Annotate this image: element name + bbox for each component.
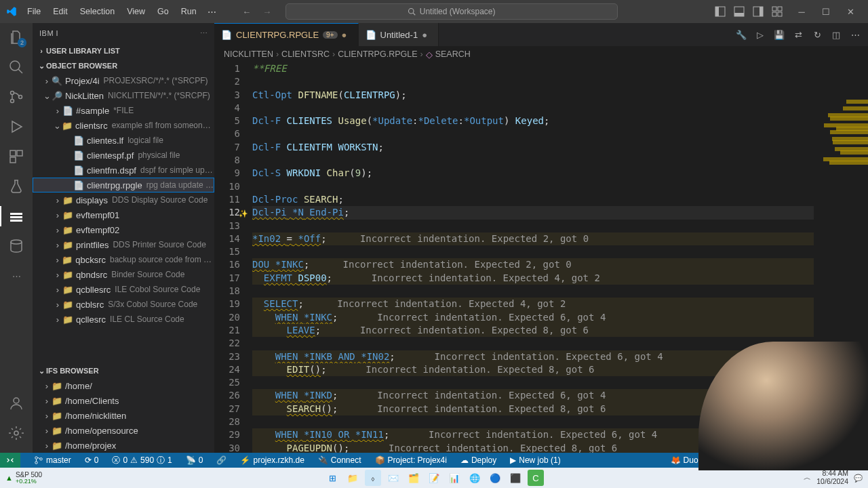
taskbar-date[interactable]: 10/6/2024	[816, 478, 848, 486]
notification-tray-icon[interactable]: 💬	[854, 474, 863, 483]
compare-icon[interactable]: ⇄	[792, 30, 804, 40]
remote-host[interactable]: ⚡ projex.rzkh.de	[237, 455, 307, 465]
scm-icon[interactable]	[7, 88, 25, 106]
toggle-sidebar-icon[interactable]	[751, 5, 765, 18]
layout-customize-icon[interactable]	[713, 5, 727, 18]
menu-selection[interactable]: Selection	[75, 4, 120, 20]
tray-chevron-icon[interactable]: ︿	[804, 473, 811, 483]
more-icon[interactable]: ⋯	[849, 30, 861, 40]
tree-sample[interactable]: ›📄#sample*FILE	[33, 103, 214, 118]
tree-ifs-item[interactable]: ›📁/home/Clients	[33, 393, 214, 408]
tree-ifs-item[interactable]: ›📁/home/opensource	[33, 423, 214, 438]
tree-folder[interactable]: ›📁qcllesrcILE CL Source Code	[33, 312, 214, 327]
taskbar-vscode[interactable]: ⬨	[365, 470, 381, 486]
section-user-library[interactable]: ›USER LIBRARY LIST	[33, 43, 214, 58]
tree-file[interactable]: 📄clientespf.pfphysical file	[33, 148, 214, 163]
search-activity-icon[interactable]	[7, 58, 25, 76]
taskbar-app[interactable]: C	[528, 470, 544, 486]
tree-folder[interactable]: ›📁evftempf02	[33, 222, 214, 237]
breadcrumb[interactable]: NICKLITTEN› CLIENTSRC› CLIENTRPG.RPGLE› …	[214, 46, 868, 62]
notifications-icon[interactable]: 🔔	[848, 455, 864, 465]
start-icon[interactable]: ⊞	[324, 470, 340, 486]
taskbar-app[interactable]: ✉️	[385, 470, 401, 486]
layout-grid-icon[interactable]	[770, 5, 784, 18]
tree-nicklitten[interactable]: ⌄🔎NickLittenNICKLITTEN/*/*.* (*SRCPF)	[33, 88, 214, 103]
tools-icon[interactable]: 🔧	[735, 30, 747, 40]
database-icon[interactable]	[7, 237, 25, 255]
ports-status[interactable]: 📡 0	[183, 455, 206, 465]
menu-overflow[interactable]: ⋯	[203, 4, 220, 20]
tree-ifs-item[interactable]: ›📁/home/projex	[33, 438, 214, 453]
section-ifs-browser[interactable]: ⌄IFS BROWSER	[33, 363, 214, 378]
explorer-icon[interactable]: 2	[7, 28, 25, 46]
tab-dirty-icon[interactable]: ●	[342, 30, 351, 40]
refresh-icon[interactable]: ↻	[811, 30, 823, 40]
sync-status[interactable]: ⟳ 0	[82, 455, 102, 465]
problems-status[interactable]: ⓧ 0 ⚠ 590 ⓘ 1	[109, 455, 174, 466]
taskbar-app[interactable]: 🗂️	[406, 470, 422, 486]
maximize-button[interactable]: ☐	[814, 1, 838, 22]
language-mode[interactable]: RPGLE	[783, 455, 816, 465]
remote-indicator[interactable]	[0, 453, 20, 468]
minimap[interactable]	[814, 62, 868, 453]
extensions-icon[interactable]	[7, 148, 25, 165]
project-status[interactable]: 📦 Project: Projex4i	[372, 455, 450, 465]
toggle-panel-icon[interactable]	[732, 5, 746, 18]
account-icon[interactable]	[7, 394, 25, 412]
tree-clientsrc[interactable]: ⌄📁clientsrcexample sfl from someone el..…	[33, 118, 214, 133]
deploy-status[interactable]: ☁ Deploy	[458, 455, 499, 465]
stock-widget[interactable]: ▲ S&P 500 +0.21%	[5, 472, 42, 485]
run-icon[interactable]: ▷	[754, 30, 766, 40]
nav-forward-icon[interactable]: →	[261, 5, 273, 18]
command-center[interactable]: Untitled (Workspace)	[285, 3, 618, 20]
tab-clientrpg[interactable]: 📄 CLIENTRPG.RPGLE 9+ ●	[214, 23, 359, 46]
menu-file[interactable]: File	[22, 4, 46, 20]
live-share[interactable]: 🔗	[214, 455, 229, 465]
testing-icon[interactable]	[7, 178, 25, 195]
taskbar-app[interactable]: 🔵	[487, 470, 503, 486]
tree-folder[interactable]: ›📁displaysDDS Display Source Code	[33, 192, 214, 207]
ibmi-icon[interactable]	[7, 207, 25, 225]
tree-folder[interactable]: ›📁qbcksrcbackup source code from cle...	[33, 252, 214, 267]
git-branch[interactable]: master	[31, 455, 74, 465]
tree-folder[interactable]: ›📁qcblsrcS/3x Cobol Source Code	[33, 297, 214, 312]
taskbar-app[interactable]: ⬛	[507, 470, 524, 486]
minimize-button[interactable]: ─	[789, 1, 814, 22]
close-button[interactable]: ✕	[838, 1, 863, 22]
taskbar-app[interactable]: 📁	[344, 470, 361, 486]
menu-run[interactable]: Run	[176, 4, 202, 20]
tree-projex[interactable]: ›🔍Projex/4iPROJEXSRC/*/*.* (*SRCPF)	[33, 73, 214, 88]
sidebar-more-icon[interactable]: ⋯	[200, 29, 208, 38]
tree-file[interactable]: 📄clientfm.dspfdspf for simple update	[33, 163, 214, 178]
nav-back-icon[interactable]: ←	[241, 5, 253, 18]
split-icon[interactable]: ◫	[830, 30, 842, 40]
tree-folder[interactable]: ›📁qbndsrcBinder Source Code	[33, 267, 214, 282]
cursor-position[interactable]: Ln 12, Col	[733, 455, 776, 465]
tree-folder[interactable]: ›📁printfilesDDS Printer Source Code	[33, 237, 214, 252]
taskbar-app[interactable]: 📊	[446, 470, 462, 486]
settings-gear-icon[interactable]	[7, 424, 25, 442]
menu-edit[interactable]: Edit	[47, 4, 73, 20]
tree-file[interactable]: 📄clientes.lflogical file	[33, 133, 214, 148]
tree-folder[interactable]: ›📁qcbllesrcILE Cobol Source Code	[33, 282, 214, 297]
code-editor[interactable]: 1234567891011121314151617181920212223242…	[214, 62, 868, 453]
tree-folder[interactable]: ›📁evftempf01	[33, 207, 214, 222]
section-object-browser[interactable]: ⌄OBJECT BROWSER	[33, 58, 214, 73]
taskbar-app[interactable]: 🌐	[467, 470, 483, 486]
job-status[interactable]: ▶ New job (1)	[507, 455, 563, 465]
overflow-icon[interactable]: ⋯	[7, 267, 25, 285]
save-icon[interactable]: 💾	[773, 30, 785, 40]
menu-view[interactable]: View	[121, 4, 151, 20]
tree-ifs-item[interactable]: ›📁/home/nicklitten	[33, 408, 214, 423]
connect-status[interactable]: 🔌 Connect	[315, 455, 364, 465]
feedback-icon[interactable]: 💬	[825, 455, 840, 465]
menu-go[interactable]: Go	[152, 4, 174, 20]
tree-ifs-item[interactable]: ›📁/home/	[33, 378, 214, 393]
duo-status[interactable]: 🦊 Duo	[668, 455, 701, 465]
tab-dirty-icon[interactable]: ●	[422, 30, 431, 40]
zoom-icon[interactable]: 🔍	[709, 455, 725, 465]
tab-untitled[interactable]: 📄 Untitled-1 ●	[359, 23, 439, 46]
tree-file-active[interactable]: 📄clientrpg.rpglerpg data update ha...	[33, 178, 214, 192]
taskbar-app[interactable]: 📝	[426, 470, 442, 486]
run-debug-icon[interactable]	[7, 118, 25, 136]
